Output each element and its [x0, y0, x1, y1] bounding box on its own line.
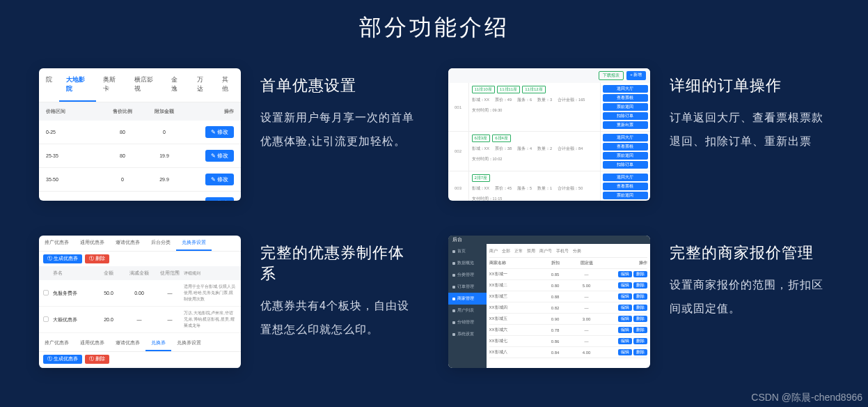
tab-item[interactable]: 奥斯卡: [96, 68, 127, 102]
table-row: XX影城四0.82—编辑删除: [489, 302, 647, 314]
op-button[interactable]: 票款退回: [603, 152, 648, 160]
op-button[interactable]: 查看票根: [603, 183, 648, 190]
delete-button[interactable]: 删除: [633, 316, 647, 322]
edit-button[interactable]: 编辑: [618, 327, 632, 333]
op-button[interactable]: 票款退回: [603, 192, 648, 199]
op-button[interactable]: 查看票根: [603, 143, 648, 151]
tab-item[interactable]: 大地影院: [59, 68, 96, 102]
seat-badge: 11排10座: [472, 86, 495, 93]
delete-button[interactable]: 删除: [633, 271, 647, 277]
edit-button[interactable]: 编辑: [618, 338, 632, 344]
delete-button[interactable]: ① 删除: [85, 254, 109, 263]
tab-item[interactable]: 兑换券: [145, 336, 171, 351]
tab-item[interactable]: 院: [39, 68, 59, 102]
table-row: XX影城八0.844.00编辑删除: [489, 347, 647, 358]
bullet-icon: [452, 286, 455, 289]
feature-desc: 设置商家报价的范围，折扣区间或固定值。: [670, 273, 830, 320]
order-row: 001 11排10座11排11座11排12座 影城：XX票价：49服务：6数量：…: [448, 83, 650, 132]
bullet-icon: [452, 262, 455, 265]
table-row: 25-358019.9修改: [39, 144, 241, 168]
delete-button[interactable]: 删除: [633, 327, 647, 333]
pencil-icon: [211, 176, 216, 183]
admin-sidebar: 首页 数据概览 分类管理 订单管理 商家管理 用户列表 分销管理 系统设置: [448, 236, 487, 368]
order-toolbar: 下载报表 + 新增: [448, 68, 650, 83]
tab-item[interactable]: 后台分类: [145, 236, 176, 251]
feature-desc: 设置新用户每月享一次的首单优惠体验,让引流更加轻松。: [260, 106, 420, 153]
table-row: 大额优惠券20.0——万达,大地影院,卢米埃,华谊兄弟,博纳,横店影视,星美,耀…: [39, 307, 241, 333]
tab-item[interactable]: 推广优惠券: [39, 336, 74, 351]
sidebar-item[interactable]: 用户列表: [448, 305, 487, 316]
tab-item[interactable]: 万达: [190, 68, 216, 102]
op-button[interactable]: 退回大厅: [603, 174, 648, 181]
tab-item[interactable]: 横店影视: [127, 68, 164, 102]
tab-item[interactable]: 邀请优惠券: [110, 336, 145, 351]
delete-button[interactable]: 删除: [633, 293, 647, 300]
op-button[interactable]: 重新出票: [603, 121, 648, 129]
tab-item[interactable]: 兑换券设置: [176, 236, 212, 251]
tab-item[interactable]: 邀请优惠券: [110, 236, 145, 251]
edit-button[interactable]: 修改: [205, 126, 234, 138]
toolbar-btn[interactable]: + 新增: [626, 71, 645, 80]
checkbox[interactable]: [43, 316, 49, 322]
delete-button[interactable]: 删除: [633, 338, 647, 344]
tab-item[interactable]: 通用优惠券: [74, 236, 110, 251]
admin-topbar: 后台: [448, 236, 650, 244]
table-row: 0-25800修改: [39, 121, 241, 144]
edit-button[interactable]: 修改: [205, 150, 234, 162]
sidebar-item[interactable]: 首页: [448, 245, 487, 257]
tab-item[interactable]: 推广优惠券: [39, 236, 74, 251]
sidebar-item[interactable]: 数据概览: [448, 257, 487, 269]
cinema-tabs: 院 大地影院 奥斯卡 横店影视 金逸 万达 其他: [39, 68, 241, 102]
bullet-icon: [452, 333, 455, 336]
edit-button[interactable]: 编辑: [618, 305, 632, 311]
delete-button[interactable]: 删除: [633, 349, 647, 355]
table-row: XX影城一0.85—编辑删除: [489, 269, 647, 280]
bullet-icon: [452, 309, 455, 312]
toolbar-btn[interactable]: 下载报表: [599, 71, 624, 80]
checkbox[interactable]: [43, 290, 49, 295]
op-button[interactable]: 票款退回: [603, 103, 648, 111]
edit-button[interactable]: 修改: [205, 174, 234, 185]
sidebar-item[interactable]: 分类管理: [448, 269, 487, 281]
edit-button[interactable]: 编辑: [618, 293, 632, 300]
gen-coupon-button[interactable]: ① 生成优惠券: [43, 355, 82, 364]
feature-grid: 院 大地影院 奥斯卡 横店影视 金逸 万达 其他 价格区间 售价比例 附加金额 …: [0, 43, 868, 368]
edit-button[interactable]: 编辑: [618, 282, 632, 289]
op-button[interactable]: 查看票根: [603, 94, 648, 102]
table-row: 50-60800修改: [39, 192, 241, 201]
table-row: XX影城五0.903.00编辑删除: [489, 314, 647, 325]
feature-coupon: 推广优惠券 通用优惠券 邀请优惠券 后台分类 兑换券设置 ① 生成优惠券① 删除…: [39, 236, 420, 368]
edit-button[interactable]: 编辑: [618, 316, 632, 322]
sidebar-item[interactable]: 系统设置: [448, 328, 487, 340]
tab-item[interactable]: 通用优惠券: [74, 336, 110, 351]
bullet-icon: [452, 250, 455, 253]
edit-button[interactable]: 编辑: [618, 271, 632, 277]
table-row: XX影城六0.78—编辑删除: [489, 325, 647, 336]
op-button[interactable]: 退回大厅: [603, 85, 648, 93]
tab-item[interactable]: 金逸: [164, 68, 190, 102]
pencil-icon: [211, 153, 216, 159]
table-row: 免服务费券50.00.00—适用于全平台影城,仅限人员使用,哈哈,凭券兑换门票,…: [39, 280, 241, 307]
pencil-icon: [211, 129, 216, 135]
tab-item[interactable]: 其他: [215, 68, 241, 102]
order-id: 001: [448, 83, 469, 131]
feature-first-order: 院 大地影院 奥斯卡 横店影视 金逸 万达 其他 价格区间 售价比例 附加金额 …: [39, 68, 420, 201]
col-ratio: 售价比例: [102, 108, 143, 115]
edit-button[interactable]: 修改: [205, 197, 234, 201]
delete-button[interactable]: 删除: [633, 282, 647, 289]
sidebar-item[interactable]: 商家管理: [448, 293, 487, 305]
delete-button[interactable]: 删除: [633, 305, 647, 311]
tab-item[interactable]: 兑换券设置: [171, 336, 207, 351]
op-button[interactable]: 扣除订单: [603, 112, 648, 120]
gen-coupon-button[interactable]: ① 生成优惠券: [43, 254, 82, 263]
edit-button[interactable]: 编辑: [618, 349, 632, 355]
table-row: 35-50029.9修改: [39, 168, 241, 192]
op-button[interactable]: 扣除订单: [603, 161, 648, 169]
op-button[interactable]: 退回大厅: [603, 134, 648, 141]
coupon-tabs-a: 推广优惠券 通用优惠券 邀请优惠券 后台分类 兑换券设置: [39, 236, 241, 252]
delete-button[interactable]: ① 删除: [85, 355, 109, 364]
thumb-coupon: 推广优惠券 通用优惠券 邀请优惠券 后台分类 兑换券设置 ① 生成优惠券① 删除…: [39, 236, 241, 368]
table-row: XX影城三0.88—编辑删除: [489, 291, 647, 302]
sidebar-item[interactable]: 分销管理: [448, 316, 487, 328]
sidebar-item[interactable]: 订单管理: [448, 281, 487, 293]
